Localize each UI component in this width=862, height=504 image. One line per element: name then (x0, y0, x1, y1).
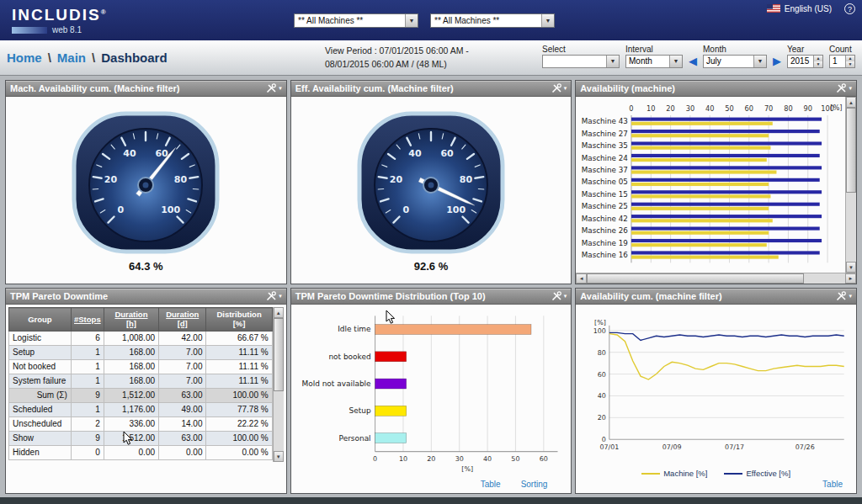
svg-text:0: 0 (602, 436, 606, 443)
chevron-down-icon: ▾ (849, 85, 852, 92)
panel-settings-button[interactable]: ▾ (266, 291, 282, 301)
svg-text:Maschine 25: Maschine 25 (582, 202, 628, 210)
vertical-scrollbar[interactable]: ▲ ▼ (845, 97, 856, 273)
legend-item: Effective [%] (724, 469, 790, 478)
count-label: Count (829, 45, 855, 54)
month-dropdown[interactable]: July ▼ (703, 55, 767, 68)
breadcrumb-main[interactable]: Main (57, 50, 86, 65)
scroll-up-icon[interactable]: ▲ (846, 97, 856, 108)
breadcrumb-current: Dashboard (101, 50, 167, 65)
bar-machine (631, 256, 779, 259)
column-header[interactable]: Duration[d] (159, 308, 206, 332)
bar-effective (631, 178, 820, 182)
svg-text:Maschine 42: Maschine 42 (582, 215, 628, 223)
gauge-chart: 020406080100 (347, 108, 515, 257)
scroll-up-icon[interactable]: ▲ (274, 307, 284, 318)
panel-settings-button[interactable]: ▾ (551, 83, 567, 93)
column-header: Distribution[%] (206, 308, 272, 332)
sorting-link[interactable]: Sorting (521, 480, 548, 491)
select-label: Select (542, 45, 620, 54)
scroll-thumb[interactable] (846, 108, 856, 193)
us-flag-icon (767, 4, 780, 14)
scroll-down-icon[interactable]: ▼ (846, 262, 856, 273)
legend-item: Machine [%] (641, 469, 707, 478)
spinner-down-icon[interactable]: ▼ (846, 61, 854, 67)
scroll-thumb[interactable] (274, 318, 284, 391)
select-dropdown[interactable]: ▼ (542, 55, 620, 68)
svg-text:20: 20 (427, 455, 435, 463)
svg-text:[%]: [%] (831, 103, 843, 112)
bar-machine (631, 243, 767, 247)
year-spinner[interactable]: 2015 ▲▼ (787, 55, 823, 68)
panel-settings-button[interactable]: ▾ (266, 83, 282, 93)
language-link[interactable]: English (US) (785, 4, 832, 13)
count-spinner[interactable]: 1 ▲▼ (829, 55, 855, 68)
bar-effective (631, 154, 820, 157)
interval-dropdown[interactable]: Month ▼ (625, 55, 683, 68)
svg-text:Maschine 24: Maschine 24 (582, 154, 629, 162)
scroll-left-icon[interactable]: ◄ (576, 273, 587, 284)
pareto-bar-chart: 0102030405060[%]Idle timenot bookedMold … (291, 305, 572, 480)
table-row[interactable]: Setup1168.007.0011.11 % (9, 345, 273, 359)
dropdown-arrow-icon[interactable]: ▼ (753, 56, 766, 67)
next-period-button[interactable]: ▶ (773, 55, 781, 68)
dropdown-arrow-icon[interactable]: ▼ (405, 14, 418, 27)
spinner-down-icon[interactable]: ▼ (814, 61, 822, 67)
svg-text:90: 90 (804, 104, 812, 113)
scroll-right-icon[interactable]: ► (845, 273, 856, 284)
svg-text:30: 30 (455, 455, 463, 463)
svg-text:40: 40 (598, 392, 606, 400)
bar-effective (631, 166, 822, 169)
period-filters: Select ▼ Interval Month ▼ ◀ Month July ▼… (542, 45, 855, 72)
svg-text:60: 60 (598, 371, 606, 379)
help-icon[interactable]: ? (844, 3, 855, 14)
table-row[interactable]: Show91,512.0063.00100.00 % (9, 431, 273, 445)
table-row[interactable]: Hidden00.000.000.00 % (9, 445, 273, 459)
chevron-down-icon: ▾ (279, 85, 282, 92)
table-row[interactable]: System failure1168.007.0011.11 % (9, 374, 273, 388)
table-row[interactable]: Logistic61,008.0042.0066.67 % (9, 331, 273, 345)
table-link[interactable]: Table (481, 480, 501, 491)
dropdown-arrow-icon[interactable]: ▼ (606, 56, 619, 67)
breadcrumb: Home \ Main \ Dashboard (7, 50, 226, 65)
bar-segment (375, 433, 406, 443)
vertical-scrollbar[interactable]: ▲ ▼ (273, 307, 284, 462)
prev-period-button[interactable]: ◀ (689, 55, 697, 68)
svg-text:0: 0 (402, 204, 409, 215)
horizontal-scrollbar[interactable]: ◄ ► (576, 273, 856, 284)
table-link[interactable]: Table (822, 480, 843, 489)
scroll-thumb[interactable] (587, 273, 804, 284)
table-row[interactable]: Scheduled11,176.0049.0077.78 % (9, 402, 273, 416)
dropdown-arrow-icon[interactable]: ▼ (669, 56, 682, 67)
panel-settings-button[interactable]: ▾ (551, 291, 567, 301)
column-header[interactable]: #Stops (71, 308, 104, 332)
svg-text:60: 60 (539, 455, 547, 463)
table-row[interactable]: Unscheduled2336.0014.0022.22 % (9, 416, 273, 431)
spinner-up-icon[interactable]: ▲ (814, 56, 822, 61)
panel-settings-button[interactable]: ▾ (836, 83, 852, 93)
column-header[interactable]: Duration[h] (104, 308, 158, 332)
svg-text:20: 20 (598, 414, 606, 422)
toolbar: Home \ Main \ Dashboard View Period : 07… (0, 40, 862, 76)
dropdown-arrow-icon[interactable]: ▼ (541, 14, 554, 27)
scroll-down-icon[interactable]: ▼ (274, 451, 284, 462)
svg-text:Idle time: Idle time (338, 325, 371, 333)
panel-settings-button[interactable]: ▾ (836, 291, 852, 301)
bar-machine (631, 207, 769, 210)
svg-text:100: 100 (593, 327, 606, 335)
svg-text:Maschine 35: Maschine 35 (582, 141, 628, 150)
svg-text:Maschine 26: Maschine 26 (582, 226, 629, 235)
panel-title: Availability (machine) (580, 83, 675, 93)
svg-text:Maschine 19: Maschine 19 (582, 239, 628, 247)
bar-effective (631, 239, 822, 242)
spinner-up-icon[interactable]: ▲ (846, 56, 854, 61)
breadcrumb-home[interactable]: Home (7, 50, 42, 65)
svg-text:10: 10 (646, 104, 655, 113)
table-row[interactable]: Not booked1168.007.0011.11 % (9, 359, 273, 374)
table-row[interactable]: Sum (Σ)91,512.0063.00100.00 % (9, 388, 273, 402)
machine-filter-dropdown-2[interactable]: ** All Machines ** ▼ (430, 13, 555, 28)
machine-filter-dropdown-1[interactable]: ** All Machines ** ▼ (294, 13, 418, 28)
gauge-value: 64.3 % (129, 260, 162, 273)
svg-text:50: 50 (726, 104, 734, 113)
svg-text:80: 80 (598, 349, 606, 357)
